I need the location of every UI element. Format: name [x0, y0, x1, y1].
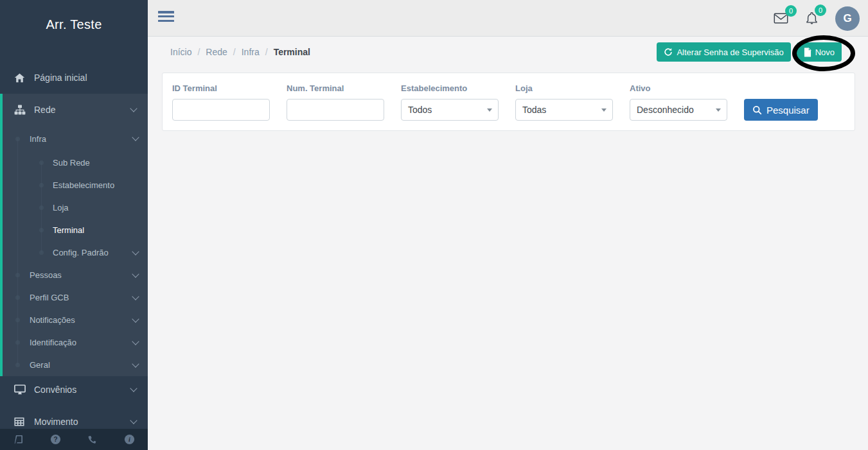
sidebar-item-label: Terminal [53, 225, 84, 235]
breadcrumb-link-inicio[interactable]: Início [170, 47, 191, 57]
sidebar-item-convenios[interactable]: Convênios [0, 376, 148, 403]
sidebar-item-label: Identificação [30, 338, 76, 347]
breadcrumb-separator: / [233, 47, 236, 57]
help-icon[interactable]: ? [50, 434, 61, 445]
id-terminal-input[interactable] [172, 99, 270, 121]
search-icon [752, 105, 762, 115]
breadcrumb-current: Terminal [274, 47, 310, 57]
sidebar-item-estabelecimento[interactable]: Estabelecimento [3, 174, 148, 196]
bullet-icon [39, 228, 44, 232]
mail-badge: 0 [785, 5, 797, 17]
sidebar-item-loja[interactable]: Loja [3, 196, 148, 219]
avatar[interactable]: G [835, 6, 860, 31]
caret-down-icon [487, 108, 492, 112]
ativo-select[interactable]: Desconhecido [630, 99, 727, 121]
sidebar-item-infra[interactable]: Infra [3, 126, 148, 151]
field-label: Estabelecimento [401, 83, 499, 93]
sidebar-item-label: Config. Padrão [53, 248, 109, 257]
sidebar-item-label: Página inicial [34, 73, 87, 83]
chevron-down-icon [132, 248, 139, 255]
page-actions: Alterar Senha de Supervisão Novo [657, 42, 842, 62]
sidebar-footer: ? i [0, 429, 148, 450]
bullet-icon [15, 340, 20, 345]
svg-text:?: ? [53, 435, 57, 443]
caret-down-icon [601, 108, 607, 112]
chevron-down-icon [132, 270, 139, 277]
bullet-icon [15, 318, 20, 322]
sidebar-item-label: Loja [53, 203, 69, 212]
sidebar-item-identificacao[interactable]: Identificação [3, 331, 148, 354]
sidebar-item-terminal[interactable]: Terminal [3, 219, 148, 241]
bullet-icon [39, 183, 44, 187]
sidebar-item-label: Infra [30, 134, 46, 144]
sidebar-item-sub-rede[interactable]: Sub Rede [3, 151, 148, 174]
alterar-senha-button[interactable]: Alterar Senha de Supervisão [657, 42, 790, 62]
file-icon [804, 48, 811, 57]
sidebar-item-label: Notificações [30, 315, 75, 325]
chevron-down-icon [132, 338, 139, 345]
sidebar-item-geral[interactable]: Geral [3, 354, 148, 376]
bullet-icon [39, 160, 44, 165]
sidebar-nav: Página inicial Rede Infra [0, 49, 148, 435]
refresh-icon [664, 48, 673, 56]
monitor-icon [14, 385, 27, 395]
sidebar-item-pessoas[interactable]: Pessoas [3, 264, 148, 286]
button-label: Novo [815, 48, 835, 57]
app-title: Arr. Teste [0, 0, 148, 49]
page-header: Início / Rede / Infra / Terminal Alterar… [148, 37, 868, 67]
novo-button[interactable]: Novo [797, 42, 842, 62]
menu-icon[interactable] [158, 11, 174, 24]
sidebar-item-label: Perfil GCB [30, 293, 69, 302]
breadcrumb-separator: / [197, 47, 200, 57]
sidebar-item-pagina-inicial[interactable]: Página inicial [0, 62, 148, 94]
bullet-icon [15, 137, 20, 141]
field-label: Ativo [630, 83, 727, 93]
field-estabelecimento: Estabelecimento Todos [401, 83, 499, 121]
bullet-icon [39, 250, 44, 255]
bullet-icon [15, 363, 20, 367]
breadcrumb-link-infra[interactable]: Infra [242, 47, 260, 57]
pesquisar-button[interactable]: Pesquisar [744, 99, 818, 121]
sidebar-item-rede[interactable]: Rede [3, 94, 148, 126]
sidebar-item-label: Pessoas [30, 270, 62, 280]
svg-text:i: i [128, 436, 130, 443]
info-icon[interactable]: i [124, 434, 135, 445]
sidebar-group-rede: Rede Infra Sub Rede Estabelecimento [0, 94, 148, 376]
topbar: 0 0 G [148, 0, 868, 37]
home-icon [14, 73, 27, 83]
sidebar-item-notificacoes[interactable]: Notificações [3, 309, 148, 331]
chevron-down-icon [130, 385, 137, 392]
button-label: Pesquisar [766, 105, 810, 116]
notifications-badge: 0 [815, 4, 826, 16]
filter-row: ID Terminal Num. Terminal Estabeleciment… [172, 83, 845, 121]
table-icon [14, 417, 27, 427]
sidebar-item-label: Movimento [34, 417, 78, 427]
select-value: Todas [522, 105, 546, 115]
caret-down-icon [716, 108, 721, 112]
num-terminal-input[interactable] [287, 99, 384, 121]
field-ativo: Ativo Desconhecido [630, 83, 727, 121]
app-screen: Arr. Teste Página inicial Rede [0, 0, 868, 450]
book-icon[interactable] [13, 435, 24, 445]
breadcrumb: Início / Rede / Infra / Terminal [170, 47, 310, 57]
button-label: Alterar Senha de Supervisão [677, 48, 783, 57]
chevron-down-icon [132, 360, 139, 367]
sidebar-item-label: Convênios [34, 385, 76, 395]
chevron-down-icon [132, 293, 139, 300]
loja-select[interactable]: Todas [515, 99, 613, 121]
bullet-icon [39, 205, 44, 210]
sidebar-item-perfil-gcb[interactable]: Perfil GCB [3, 286, 148, 309]
breadcrumb-link-rede[interactable]: Rede [206, 47, 227, 57]
select-value: Desconhecido [637, 105, 694, 115]
estabelecimento-select[interactable]: Todos [401, 99, 499, 121]
field-label: Loja [515, 83, 613, 93]
field-label: ID Terminal [172, 83, 270, 93]
field-id-terminal: ID Terminal [172, 83, 270, 121]
chevron-down-icon [130, 417, 137, 424]
phone-icon[interactable] [87, 435, 98, 445]
bullet-icon [15, 295, 20, 300]
breadcrumb-separator: / [265, 47, 268, 57]
notifications-button[interactable]: 0 [806, 12, 818, 25]
sidebar-item-config-padrao[interactable]: Config. Padrão [3, 241, 148, 264]
mail-button[interactable]: 0 [774, 13, 788, 24]
